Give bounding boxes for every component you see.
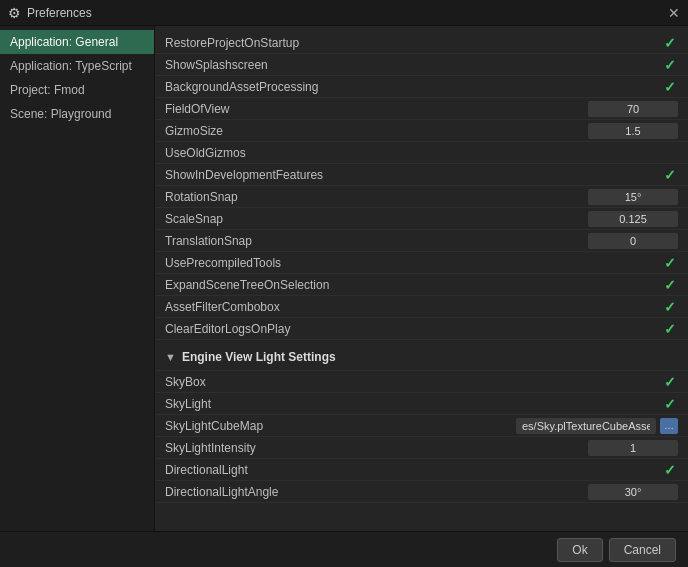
check-expand-scene-tree: ✓ — [664, 277, 676, 293]
prop-row-skylight-intensity: SkyLightIntensity — [155, 437, 688, 459]
prop-row-show-splash: ShowSplashscreen ✓ — [155, 54, 688, 76]
prop-row-restore-project: RestoreProjectOnStartup ✓ — [155, 32, 688, 54]
prop-row-bg-asset: BackgroundAssetProcessing ✓ — [155, 76, 688, 98]
prop-row-rotation-snap: RotationSnap — [155, 186, 688, 208]
sidebar: Application: General Application: TypeSc… — [0, 26, 155, 531]
check-skybox: ✓ — [664, 374, 676, 390]
check-directional-light: ✓ — [664, 462, 676, 478]
sidebar-item-app-typescript[interactable]: Application: TypeScript — [0, 54, 154, 78]
input-rotation-snap[interactable] — [588, 189, 678, 205]
prop-row-expand-scene-tree: ExpandSceneTreeOnSelection ✓ — [155, 274, 688, 296]
title-bar-title: Preferences — [27, 6, 92, 20]
input-scale-snap[interactable] — [588, 211, 678, 227]
check-restore-project: ✓ — [664, 35, 676, 51]
ok-button[interactable]: Ok — [557, 538, 602, 562]
prop-row-directional-angle: DirectionalLightAngle — [155, 481, 688, 503]
prop-row-field-of-view: FieldOfView — [155, 98, 688, 120]
prop-row-use-old-gizmos: UseOldGizmos — [155, 142, 688, 164]
title-bar: ⚙ Preferences ✕ — [0, 0, 688, 26]
prop-row-skybox: SkyBox ✓ — [155, 371, 688, 393]
check-show-dev-features: ✓ — [664, 167, 676, 183]
check-use-precompiled: ✓ — [664, 255, 676, 271]
input-translation-snap[interactable] — [588, 233, 678, 249]
sidebar-item-scene-playground[interactable]: Scene: Playground — [0, 102, 154, 126]
check-clear-editor-logs: ✓ — [664, 321, 676, 337]
prop-row-show-dev-features: ShowInDevelopmentFeatures ✓ — [155, 164, 688, 186]
input-skylight-intensity[interactable] — [588, 440, 678, 456]
preferences-icon: ⚙ — [8, 5, 21, 21]
cubemap-browse-button[interactable]: … — [660, 418, 678, 434]
prop-row-clear-editor-logs: ClearEditorLogsOnPlay ✓ — [155, 318, 688, 340]
title-bar-left: ⚙ Preferences — [8, 5, 92, 21]
prop-row-directional-light: DirectionalLight ✓ — [155, 459, 688, 481]
close-button[interactable]: ✕ — [668, 5, 680, 21]
main-container: Application: General Application: TypeSc… — [0, 26, 688, 531]
prop-row-use-precompiled: UsePrecompiledTools ✓ — [155, 252, 688, 274]
check-show-splash: ✓ — [664, 57, 676, 73]
prop-row-asset-filter: AssetFilterCombobox ✓ — [155, 296, 688, 318]
prop-row-gizmo-size: GizmoSize — [155, 120, 688, 142]
check-asset-filter: ✓ — [664, 299, 676, 315]
check-bg-asset: ✓ — [664, 79, 676, 95]
section-arrow: ▼ — [165, 351, 176, 363]
sidebar-item-app-general[interactable]: Application: General — [0, 30, 154, 54]
section-label: Engine View Light Settings — [182, 350, 336, 364]
input-field-of-view[interactable] — [588, 101, 678, 117]
cancel-button[interactable]: Cancel — [609, 538, 676, 562]
prop-row-skylight-cubemap: SkyLightCubeMap … — [155, 415, 688, 437]
content-area: RestoreProjectOnStartup ✓ ShowSplashscre… — [155, 26, 688, 531]
sidebar-item-project-fmod[interactable]: Project: Fmod — [0, 78, 154, 102]
input-directional-angle[interactable] — [588, 484, 678, 500]
prop-row-skylight: SkyLight ✓ — [155, 393, 688, 415]
input-gizmo-size[interactable] — [588, 123, 678, 139]
prop-row-translation-snap: TranslationSnap — [155, 230, 688, 252]
bottom-bar: Ok Cancel — [0, 531, 688, 567]
input-skylight-cubemap[interactable] — [516, 418, 656, 434]
engine-view-section-header[interactable]: ▼ Engine View Light Settings — [155, 344, 688, 371]
check-skylight: ✓ — [664, 396, 676, 412]
prop-row-scale-snap: ScaleSnap — [155, 208, 688, 230]
